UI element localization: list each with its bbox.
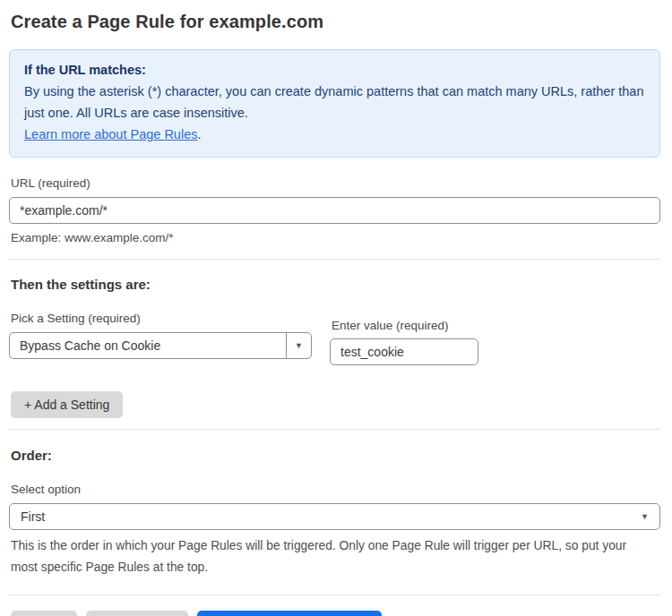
order-select[interactable]: First ▼ (9, 503, 660, 530)
setting-picker-label: Pick a Setting (required) (11, 312, 312, 325)
chevron-down-icon: ▼ (641, 513, 649, 521)
learn-more-link[interactable]: Learn more about Page Rules (24, 127, 197, 141)
order-select-label: Select option (11, 483, 660, 496)
info-box-link-line: Learn more about Page Rules. (24, 124, 645, 145)
info-box-body: By using the asterisk (*) character, you… (24, 81, 645, 124)
url-input[interactable] (9, 197, 660, 224)
save-as-draft-button[interactable]: Save as Draft (86, 611, 189, 616)
url-field-label: URL (required) (11, 176, 660, 190)
order-section-heading: Order: (11, 448, 660, 463)
setting-picker-column: Pick a Setting (required) Bypass Cache o… (9, 312, 312, 359)
page-title: Create a Page Rule for example.com (11, 12, 660, 32)
divider (9, 429, 660, 430)
setting-dropdown-arrow-button[interactable]: ▼ (286, 333, 311, 358)
divider (9, 595, 660, 595)
setting-dropdown-value: Bypass Cache on Cookie (10, 333, 286, 358)
info-box-heading: If the URL matches: (24, 59, 645, 81)
setting-value-column: Enter value (required) (330, 312, 478, 365)
url-example-hint: Example: www.example.com/* (11, 231, 660, 244)
setting-value-input[interactable] (330, 338, 478, 365)
url-match-info-box: If the URL matches: By using the asteris… (9, 49, 660, 158)
settings-section-heading: Then the settings are: (11, 277, 660, 292)
add-setting-button[interactable]: + Add a Setting (11, 391, 123, 418)
form-actions: Cancel Save as Draft Save and Deploy Pag… (11, 611, 660, 616)
order-selected-value: First (21, 509, 45, 524)
setting-dropdown[interactable]: Bypass Cache on Cookie ▼ (9, 332, 312, 359)
divider (9, 259, 660, 260)
order-help-text: This is the order in which your Page Rul… (11, 535, 656, 578)
chevron-down-icon: ▼ (295, 342, 303, 350)
settings-row: Pick a Setting (required) Bypass Cache o… (9, 312, 660, 365)
save-and-deploy-button[interactable]: Save and Deploy Page Rule (197, 611, 382, 616)
setting-value-label: Enter value (required) (332, 319, 478, 332)
cancel-button[interactable]: Cancel (11, 611, 77, 616)
page-rule-form: Create a Page Rule for example.com If th… (0, 12, 672, 616)
link-suffix: . (197, 127, 201, 141)
